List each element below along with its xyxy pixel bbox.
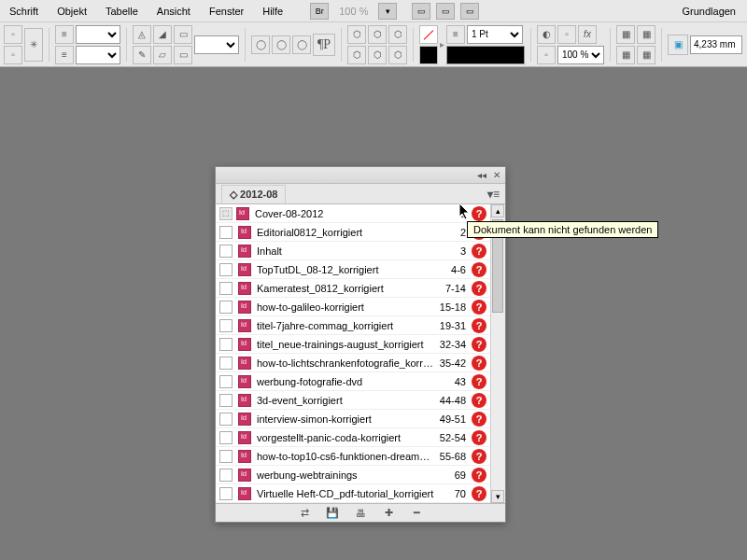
workspace-selector[interactable]: Grundlagen: [671, 2, 748, 21]
scrollbar[interactable]: ▴ ▾: [490, 204, 505, 503]
missing-status-icon[interactable]: ?: [472, 318, 486, 333]
tool-icon[interactable]: ◯: [292, 35, 311, 54]
document-row[interactable]: vorgestellt-panic-coda-korrigiert52-54?: [216, 428, 490, 447]
document-row[interactable]: how-to-lichtschrankenfotografie_korrigie…: [216, 354, 490, 372]
missing-status-icon[interactable]: ?: [472, 486, 486, 501]
save-icon[interactable]: 💾: [326, 507, 339, 520]
menu-schrift[interactable]: Schrift: [0, 2, 48, 21]
tool-icon[interactable]: ◐: [537, 25, 556, 44]
row-checkbox[interactable]: [219, 282, 233, 295]
row-checkbox[interactable]: [219, 226, 233, 239]
panel-tab-title[interactable]: ◇ 2012-08: [221, 185, 286, 203]
document-row[interactable]: werbung-webtrainings69?: [216, 466, 490, 484]
missing-status-icon[interactable]: ?: [472, 244, 486, 259]
tool-select[interactable]: [76, 46, 120, 64]
tool-select[interactable]: [76, 25, 120, 44]
missing-status-icon[interactable]: ?: [472, 262, 486, 277]
missing-status-icon[interactable]: ?: [472, 430, 486, 445]
row-checkbox[interactable]: [219, 431, 233, 444]
tool-icon[interactable]: ▫: [4, 46, 22, 64]
fill-black-icon[interactable]: [419, 46, 438, 64]
document-row[interactable]: werbung-fotografie-dvd43?: [216, 372, 490, 391]
document-row[interactable]: how-to-galileo-korrigiert15-18?: [216, 298, 490, 316]
document-row[interactable]: Kameratest_0812_korrigiert7-14?: [216, 279, 490, 298]
missing-status-icon[interactable]: ?: [472, 393, 486, 408]
bridge-icon[interactable]: Br: [310, 3, 329, 20]
tool-icon[interactable]: ▫: [537, 46, 556, 64]
stroke-style-select[interactable]: [446, 46, 525, 64]
tool-icon[interactable]: ≡: [55, 46, 74, 64]
tool-icon[interactable]: ◯: [272, 35, 290, 54]
menu-ansicht[interactable]: Ansicht: [148, 2, 200, 21]
stroke-weight-select[interactable]: 1 Pt: [467, 25, 523, 44]
document-row[interactable]: interview-simon-korrigiert49-51?: [216, 410, 490, 428]
document-row[interactable]: titel_neue-trainings-august_korrigiert32…: [216, 335, 490, 354]
text-wrap-icon[interactable]: ▦: [616, 25, 635, 44]
tool-icon[interactable]: ⬡: [347, 46, 366, 64]
tool-icon[interactable]: ▫: [557, 25, 576, 44]
missing-status-icon[interactable]: ?: [472, 281, 486, 296]
collapse-icon[interactable]: ◂◂: [477, 171, 486, 180]
tool-icon[interactable]: ◬: [133, 25, 151, 44]
missing-status-icon[interactable]: ?: [472, 337, 486, 352]
document-row[interactable]: ⬚Cover-08-20121?: [216, 204, 490, 223]
document-row[interactable]: how-to-top10-cs6-funktionen-dreamweave..…: [216, 447, 490, 466]
document-row[interactable]: Inhalt3?: [216, 242, 490, 260]
scroll-down-icon[interactable]: ▾: [491, 490, 504, 503]
tool-icon[interactable]: ⬡: [388, 25, 407, 44]
row-checkbox[interactable]: [219, 245, 233, 258]
menu-tabelle[interactable]: Tabelle: [96, 2, 148, 21]
tool-select[interactable]: [194, 35, 239, 54]
frame-dimensions-icon[interactable]: ▣: [668, 35, 688, 55]
stroke-weight-icon[interactable]: ≡: [446, 25, 465, 44]
tool-icon[interactable]: ✎: [133, 46, 151, 64]
tool-icon[interactable]: ✳: [24, 28, 43, 62]
opacity-select[interactable]: 100 %: [557, 46, 604, 64]
chevron-down-icon[interactable]: ▾: [378, 3, 397, 20]
row-checkbox[interactable]: [219, 263, 233, 276]
view-mode-3-icon[interactable]: ▭: [460, 3, 479, 20]
panel-header[interactable]: ◂◂ ✕: [216, 167, 505, 184]
panel-menu-icon[interactable]: ▾≡: [482, 188, 505, 201]
missing-status-icon[interactable]: ?: [472, 449, 486, 464]
missing-status-icon[interactable]: ?: [472, 300, 486, 315]
missing-status-icon[interactable]: ?: [472, 356, 486, 371]
document-row[interactable]: Editorial0812_korrigiert2?: [216, 223, 490, 242]
document-row[interactable]: Virtuelle Heft-CD_pdf-tutorial_korrigier…: [216, 484, 490, 503]
row-checkbox[interactable]: [219, 487, 233, 500]
tool-icon[interactable]: ⬡: [388, 46, 407, 64]
view-mode-2-icon[interactable]: ▭: [436, 3, 455, 20]
tool-icon[interactable]: ⬡: [368, 46, 387, 64]
text-wrap-icon[interactable]: ▦: [637, 46, 655, 64]
stroke-none-icon[interactable]: [419, 25, 438, 44]
add-icon[interactable]: ✚: [382, 507, 395, 520]
text-wrap-icon[interactable]: ▦: [616, 46, 635, 64]
tool-icon[interactable]: ≡: [55, 25, 74, 44]
row-checkbox[interactable]: [219, 319, 233, 332]
missing-status-icon[interactable]: ?: [472, 206, 486, 221]
row-checkbox[interactable]: [219, 375, 233, 388]
delete-icon[interactable]: ━: [410, 507, 423, 520]
view-mode-1-icon[interactable]: ▭: [412, 3, 430, 20]
document-row[interactable]: titel-7jahre-commag_korrigiert19-31?: [216, 316, 490, 335]
missing-status-icon[interactable]: ?: [472, 374, 486, 389]
text-wrap-icon[interactable]: ▦: [637, 25, 655, 44]
row-checkbox[interactable]: [219, 357, 233, 370]
tool-icon[interactable]: ▱: [153, 46, 172, 64]
missing-status-icon[interactable]: ?: [472, 412, 486, 427]
tool-icon[interactable]: ⬡: [368, 25, 387, 44]
row-checkbox[interactable]: [219, 394, 233, 407]
sync-icon[interactable]: ⇄: [298, 507, 311, 520]
row-checkbox[interactable]: [219, 469, 233, 482]
tool-icon[interactable]: ▫: [4, 25, 22, 44]
row-checkbox[interactable]: [219, 338, 233, 351]
print-icon[interactable]: 🖶: [354, 507, 367, 520]
row-checkbox[interactable]: [219, 301, 233, 314]
tool-icon[interactable]: ◯: [251, 35, 270, 54]
missing-status-icon[interactable]: ?: [472, 468, 486, 483]
paragraph-style-icon[interactable]: ¶P: [313, 34, 335, 56]
document-row[interactable]: 3d-event_korrigiert44-48?: [216, 391, 490, 410]
tool-icon[interactable]: ◢: [153, 25, 172, 44]
scroll-up-icon[interactable]: ▴: [491, 204, 504, 217]
measurement-input[interactable]: [690, 35, 742, 54]
